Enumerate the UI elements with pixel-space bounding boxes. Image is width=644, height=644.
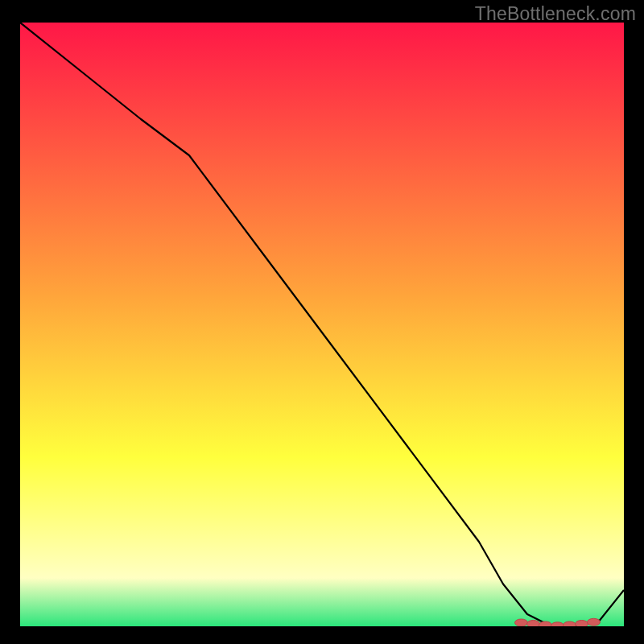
optimal-marker xyxy=(551,622,564,630)
chart-stage: { "watermark": "TheBottleneck.com", "pal… xyxy=(0,0,644,644)
optimal-marker xyxy=(576,621,588,628)
watermark-text: TheBottleneck.com xyxy=(475,3,636,25)
optimal-marker xyxy=(515,619,528,626)
plot-background xyxy=(20,23,624,626)
optimal-marker xyxy=(527,621,540,628)
chart-svg xyxy=(0,0,644,644)
optimal-marker xyxy=(539,621,552,629)
optimal-marker xyxy=(564,621,576,629)
optimal-marker xyxy=(588,618,601,625)
